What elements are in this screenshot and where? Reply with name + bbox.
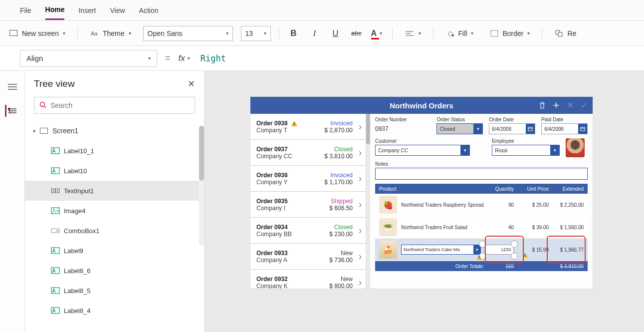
tree-scrollbar[interactable] bbox=[199, 126, 204, 246]
tree-node-image4[interactable]: Image4 bbox=[25, 201, 204, 221]
order-company: Company CC bbox=[256, 153, 318, 160]
cancel-icon[interactable]: ✕ bbox=[566, 101, 575, 110]
hamburger-icon[interactable] bbox=[6, 81, 18, 93]
selection-handle[interactable] bbox=[479, 241, 486, 248]
fill-button[interactable]: Fill ▾ bbox=[441, 26, 478, 40]
order-item[interactable]: Order 0936Company YInvoiced$ 1,170.00› bbox=[250, 166, 366, 192]
tree-node-label8_4[interactable]: Label8_4 bbox=[25, 301, 204, 321]
underline-button[interactable]: U bbox=[329, 28, 342, 38]
item-row[interactable]: 🥗Northwind Traders Fruit Salad40$ 39.00$… bbox=[375, 216, 588, 239]
tree-node-label9[interactable]: Label9 bbox=[25, 241, 204, 261]
menu-home[interactable]: Home bbox=[45, 0, 65, 20]
order-number-value: 0937 bbox=[375, 123, 430, 134]
order-item[interactable]: Order 0933Company ANew$ 736.00› bbox=[250, 244, 366, 270]
menu-insert[interactable]: Insert bbox=[78, 1, 96, 19]
notes-input[interactable] bbox=[375, 168, 588, 180]
product-name: Northwind Traders Cake Mix bbox=[402, 247, 473, 252]
plus-icon[interactable]: + bbox=[552, 101, 561, 110]
chevron-down-icon: ▾ bbox=[226, 30, 228, 36]
tree-node-label10_1[interactable]: Label10_1 bbox=[25, 141, 204, 161]
align-button[interactable]: ▾ bbox=[401, 26, 425, 40]
strike-button[interactable]: abc bbox=[350, 29, 363, 37]
property-select[interactable]: Align ▾ bbox=[20, 50, 157, 67]
item-row[interactable]: 🍓Northwind Traders Raspberry Spread90$ 2… bbox=[375, 194, 588, 216]
order-list[interactable]: Order 0938 Company TInvoiced$ 2,870.00›O… bbox=[250, 114, 366, 289]
fx-button[interactable]: fx▾ bbox=[179, 53, 190, 63]
extended-value: $ 1,966.77 bbox=[549, 247, 584, 253]
trash-icon[interactable] bbox=[538, 101, 547, 110]
order-company: Company A bbox=[256, 257, 318, 264]
order-company: Company T bbox=[256, 127, 318, 134]
label-icon bbox=[51, 167, 60, 174]
border-button[interactable]: Border ▾ bbox=[485, 26, 534, 40]
tree-node-textinput1[interactable]: TextInput1 bbox=[25, 181, 204, 201]
product-combo[interactable]: Northwind Traders Cake Mix ▾ bbox=[401, 245, 481, 255]
order-item[interactable]: Order 0938 Company TInvoiced$ 2,870.00› bbox=[250, 114, 366, 140]
font-select[interactable]: Open Sans ▾ bbox=[143, 26, 233, 41]
reorder-button[interactable]: Re bbox=[550, 26, 580, 40]
employee-combo[interactable]: Rossi ▾ bbox=[492, 145, 560, 156]
tree-search[interactable] bbox=[34, 97, 195, 114]
font-color-button[interactable]: A ▾ bbox=[371, 29, 384, 38]
theme-button[interactable]: Aa Theme ▾ bbox=[86, 26, 135, 40]
tree-node-label10[interactable]: Label10 bbox=[25, 161, 204, 181]
quantity-input[interactable]: 123X bbox=[501, 247, 511, 252]
svg-point-6 bbox=[452, 34, 454, 36]
bold-button[interactable]: B bbox=[287, 28, 300, 38]
order-amount: $ 736.00 bbox=[318, 257, 353, 264]
totals-qty: 150 bbox=[484, 264, 514, 269]
selection-handle[interactable] bbox=[511, 253, 518, 260]
order-date-input[interactable]: 6/4/2006 bbox=[489, 123, 535, 134]
separator bbox=[77, 27, 78, 39]
product-name: Northwind Traders Raspberry Spread bbox=[401, 202, 484, 208]
chevron-down-icon: ▾ bbox=[63, 30, 65, 36]
scrollbar-thumb[interactable] bbox=[199, 126, 204, 181]
chevron-down-icon: ▾ bbox=[527, 30, 530, 36]
warning-icon bbox=[477, 255, 482, 260]
svg-line-15 bbox=[44, 106, 46, 108]
tree-search-input[interactable] bbox=[50, 101, 190, 109]
new-screen-button[interactable]: + New screen ▾ bbox=[5, 26, 69, 40]
orderlist-scrollbar[interactable] bbox=[366, 114, 370, 289]
tree-header: Tree view ✕ bbox=[25, 71, 204, 97]
order-name: Order 0935 bbox=[256, 198, 318, 205]
paid-date-input[interactable]: 6/4/2006 bbox=[541, 123, 588, 134]
label-icon bbox=[51, 287, 60, 294]
calendar-icon bbox=[526, 124, 535, 134]
menu-file[interactable]: File bbox=[20, 1, 31, 19]
check-icon[interactable]: ✓ bbox=[580, 101, 589, 110]
tree-view-icon[interactable] bbox=[5, 105, 18, 117]
theme-label: Theme bbox=[103, 29, 125, 37]
order-status-label: Order Status bbox=[436, 117, 483, 122]
separator bbox=[279, 27, 279, 39]
order-item[interactable]: Order 0934Company BBClosed$ 230.00› bbox=[250, 218, 366, 244]
tree-node-screen1[interactable]: ▾ Screen1 bbox=[25, 121, 204, 141]
formula-bar: Align ▾ = fx▾ bbox=[0, 46, 644, 71]
order-item[interactable]: Order 0937Company CCClosed$ 3,810.00› bbox=[250, 140, 366, 166]
formula-input[interactable] bbox=[196, 50, 627, 67]
italic-button[interactable]: I bbox=[308, 28, 321, 38]
calendar-icon bbox=[578, 124, 587, 134]
order-name: Order 0934 bbox=[256, 224, 318, 231]
paid-date-label: Paid Date bbox=[541, 117, 588, 122]
tree-node-label8_5[interactable]: Label8_5 bbox=[25, 281, 204, 301]
tree-node-label8_6[interactable]: Label8_6 bbox=[25, 261, 204, 281]
order-item[interactable]: Order 0935Company IShipped$ 606.50› bbox=[250, 192, 366, 218]
totals-ext: $ 3,810.00 bbox=[549, 264, 584, 269]
order-status: New bbox=[318, 250, 353, 257]
item-row-selected[interactable]: 🍰 Northwind Traders Cake Mix ▾ 123X bbox=[375, 239, 588, 261]
scrollbar-thumb[interactable] bbox=[366, 114, 370, 144]
canvas[interactable]: Northwind Orders + ✕ ✓ Order 0938 Compan… bbox=[205, 71, 644, 332]
separator bbox=[542, 27, 542, 39]
tree-node-label: Label8_6 bbox=[64, 267, 91, 275]
svg-rect-17 bbox=[51, 168, 59, 174]
menu-action[interactable]: Action bbox=[139, 1, 159, 19]
menu-view[interactable]: View bbox=[110, 1, 125, 19]
customer-combo[interactable]: Company CC ▾ bbox=[375, 145, 470, 156]
order-status-combo[interactable]: Closed ▾ bbox=[436, 123, 483, 134]
tree-node-combobox1[interactable]: ComboBox1 bbox=[25, 221, 204, 241]
close-icon[interactable]: ✕ bbox=[188, 78, 195, 89]
order-item[interactable]: Order 0932Company KNew$ 800.00› bbox=[250, 270, 366, 289]
font-size-select[interactable]: 13 ▾ bbox=[241, 26, 271, 41]
app-header-actions: + ✕ ✓ bbox=[538, 101, 589, 110]
